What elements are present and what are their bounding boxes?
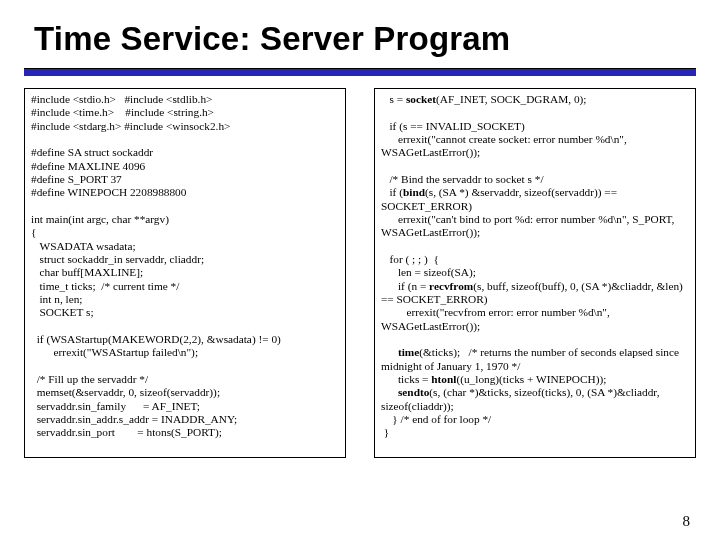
code-line: #include <stdio.h> #include <stdlib.h>: [31, 93, 212, 105]
sendto-call: sendto: [398, 386, 429, 398]
code-line: }: [381, 426, 389, 438]
code-line: if (WSAStartup(MAKEWORD(2,2), &wsadata) …: [31, 333, 281, 345]
right-codebox: s = socket(AF_INET, SOCK_DGRAM, 0); if (…: [374, 88, 696, 458]
left-codebox: #include <stdio.h> #include <stdlib.h> #…: [24, 88, 346, 458]
code-line: struct sockaddr_in servaddr, cliaddr;: [31, 253, 204, 265]
code-line: if (s == INVALID_SOCKET): [381, 120, 525, 132]
code-line: #define SA struct sockaddr: [31, 146, 153, 158]
code-line: errexit("can't bind to port %d: error nu…: [381, 213, 677, 238]
code-line: len = sizeof(SA);: [381, 266, 476, 278]
right-column: s = socket(AF_INET, SOCK_DGRAM, 0); if (…: [374, 88, 696, 458]
code-line: #include <time.h> #include <string.h>: [31, 106, 214, 118]
code-line: memset(&servaddr, 0, sizeof(servaddr));: [31, 386, 220, 398]
left-column: #include <stdio.h> #include <stdlib.h> #…: [24, 88, 346, 458]
code-line: /* Fill up the servaddr */: [31, 373, 148, 385]
code-line: if (n = recvfrom(s, buff, sizeof(buff), …: [381, 280, 686, 305]
time-call: time: [398, 346, 419, 358]
code-line: ticks = htonl((u_long)(ticks + WINEPOCH)…: [381, 373, 606, 385]
slide: Time Service: Server Program #include <s…: [0, 0, 720, 540]
code-line: SOCKET s;: [31, 306, 94, 318]
code-line: if (bind(s, (SA *) &servaddr, sizeof(ser…: [381, 186, 620, 211]
page-number: 8: [683, 513, 691, 530]
code-line: errexit("recvfrom error: error number %d…: [381, 306, 612, 331]
code-line: #include <stdarg.h> #include <winsock2.h…: [31, 120, 230, 132]
code-line: #define WINEPOCH 2208988800: [31, 186, 186, 198]
code-line: #define S_PORT 37: [31, 173, 122, 185]
code-line: time_t ticks; /* current time */: [31, 280, 179, 292]
code-line: time(&ticks); /* returns the number of s…: [381, 346, 682, 371]
code-line: {: [31, 226, 36, 238]
code-line: for ( ; ; ) {: [381, 253, 439, 265]
columns: #include <stdio.h> #include <stdlib.h> #…: [24, 88, 696, 458]
code-line: servaddr.sin_port = htons(S_PORT);: [31, 426, 222, 438]
code-line: int n, len;: [31, 293, 82, 305]
code-line: #define MAXLINE 4096: [31, 160, 145, 172]
code-line: } /* end of for loop */: [381, 413, 491, 425]
code-line: int main(int argc, char **argv): [31, 213, 169, 225]
recvfrom-call: recvfrom: [429, 280, 473, 292]
code-line: char buff[MAXLINE];: [31, 266, 143, 278]
htonl-call: htonl: [431, 373, 456, 385]
slide-title: Time Service: Server Program: [0, 0, 720, 58]
code-line: servaddr.sin_addr.s_addr = INADDR_ANY;: [31, 413, 237, 425]
code-line: sendto(s, (char *)&ticks, sizeof(ticks),…: [381, 386, 662, 411]
code-line: servaddr.sin_family = AF_INET;: [31, 400, 200, 412]
bind-call: bind: [403, 186, 425, 198]
code-line: WSADATA wsadata;: [31, 240, 136, 252]
code-line: errexit("cannot create socket: error num…: [381, 133, 629, 158]
title-underline: [24, 69, 696, 76]
code-line: /* Bind the servaddr to socket s */: [381, 173, 544, 185]
code-line: errexit("WSAStartup failed\n");: [31, 346, 198, 358]
code-line: s = socket(AF_INET, SOCK_DGRAM, 0);: [381, 93, 586, 105]
socket-call: socket: [406, 93, 436, 105]
